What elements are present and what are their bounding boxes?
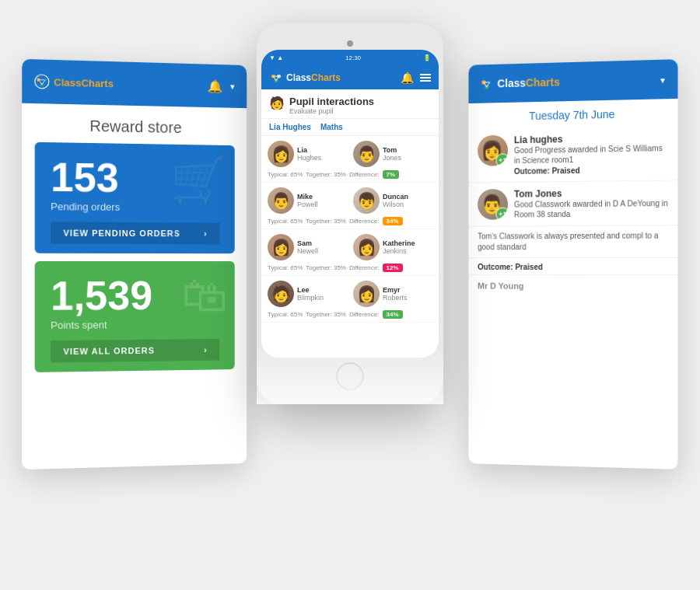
duncan-last: Wilson	[383, 201, 408, 208]
left-bell-icon[interactable]: 🔔	[208, 79, 222, 93]
lee-first: Lee	[297, 286, 324, 294]
duncan-first: Duncan	[383, 193, 408, 201]
pupil-pair-4: 🧑 Lee Blimpkin 👩 E	[261, 276, 439, 323]
diff-badge-4: 34%	[383, 310, 403, 319]
pupil-emyr: 👩 Emyr Roberts	[353, 281, 432, 307]
left-header: ClassCharts 🔔 ▼	[22, 59, 247, 108]
activity-desc-2: Good Classwork awarded in D A DeYoung in…	[514, 198, 668, 220]
mike-face: 👨	[271, 191, 291, 210]
section-text: Pupil interactions Evaluate pupil	[289, 96, 374, 115]
fade-overlay	[261, 342, 439, 358]
activity-item-1: 👩 +1 Lia hughes Good Progress awarded in…	[468, 125, 677, 183]
emyr-name: Emyr Roberts	[383, 286, 408, 302]
activity-outcome-1: Outcome: Praised	[514, 165, 668, 176]
tom-last: Jones	[383, 154, 401, 162]
mike-name: Mike Powell	[297, 193, 318, 208]
phone-pairs-list: 👩 Lia Hughes 👨 Tom	[261, 136, 439, 358]
right-logo-text: ClassCharts	[497, 75, 559, 89]
view-pending-label: VIEW PENDING ORDERS	[63, 229, 180, 239]
avatar-lee: 🧑	[268, 281, 294, 307]
pupil-row-2: 👨 Mike Powell 👦 Du	[268, 187, 432, 214]
pupil-pair-1: 👩 Lia Hughes 👨 Tom	[261, 136, 439, 183]
view-all-btn[interactable]: VIEW ALL ORDERS ›	[51, 339, 219, 363]
typical-2: Typical: 65%	[268, 218, 303, 225]
katherine-name: Katherine Jenkins	[383, 239, 415, 255]
svg-line-5	[38, 80, 42, 85]
pupil-pair-3: 👩 Sam Newell 👩 Kat	[261, 229, 439, 276]
section-title-area: 🧑 Pupil interactions Evaluate pupil	[261, 89, 439, 119]
together-3: Together: 35%	[306, 264, 346, 271]
svg-line-6	[42, 80, 45, 85]
diff-label-1: Difference:	[349, 171, 380, 178]
pending-box: 🛒 153 Pending orders VIEW PENDING ORDERS…	[35, 142, 235, 253]
phone-screen: ▼ ▲ 12:30 🔋 ClassCharts	[261, 50, 439, 358]
left-wifi-icon: ▼	[229, 82, 236, 91]
diff-label-4: Difference:	[349, 311, 380, 318]
bag-icon: 🛍	[181, 269, 227, 323]
svg-point-0	[35, 75, 49, 89]
pupil-lia: 👩 Lia Hughes	[268, 141, 347, 167]
phone-notch	[261, 33, 439, 50]
view-pending-btn[interactable]: VIEW PENDING ORDERS ›	[51, 222, 219, 244]
sam-name: Sam Newell	[297, 239, 318, 255]
sam-face: 👩	[271, 238, 291, 257]
phone-logo-text: ClassCharts	[286, 72, 341, 83]
tom-face: 👨	[357, 145, 376, 163]
emyr-face: 👩	[357, 285, 376, 303]
reward-store-title: Reward store	[22, 103, 247, 146]
avatar-katherine: 👩	[353, 234, 380, 260]
katherine-face: 👩	[357, 238, 376, 257]
lia-face: 👩	[271, 145, 291, 163]
pupil-row-1: 👩 Lia Hughes 👨 Tom	[268, 141, 432, 167]
teacher-name: Mr D Young	[468, 275, 677, 298]
cart-icon: 🛒	[170, 152, 227, 208]
home-button[interactable]	[336, 362, 364, 390]
pupil-katherine: 👩 Katherine Jenkins	[353, 234, 432, 260]
hamburger-icon[interactable]	[420, 74, 431, 82]
stats-row-4: Typical: 65% Together: 35% Difference: 3…	[268, 310, 432, 319]
right-header: ClassCharts ▼	[468, 59, 677, 103]
diff-badge-1: 7%	[383, 170, 400, 179]
stats-row-1: Typical: 65% Together: 35% Difference: 7…	[268, 170, 432, 179]
diff-label-3: Difference:	[349, 264, 380, 271]
outcome-text-2: Outcome: Praised	[478, 261, 543, 271]
time-display: 12:30	[345, 54, 361, 61]
avatar-mike: 👨	[268, 187, 294, 214]
outcome-label-2: Outcome:	[478, 263, 513, 271]
pupil-icon: 🧑	[269, 96, 285, 110]
pupil-mike: 👨 Mike Powell	[268, 187, 347, 214]
pupil-pair-2: 👨 Mike Powell 👦 Du	[261, 183, 439, 229]
activity-outcome-area: Outcome: Praised	[468, 258, 677, 275]
activity-desc-1: Good Progress awarded in Scie S Williams…	[514, 143, 668, 166]
activity-badge-2: +1	[495, 208, 508, 220]
outcome-value-2: Praised	[515, 263, 543, 271]
camera-dot	[347, 40, 353, 47]
tab-maths[interactable]: Maths	[320, 123, 343, 131]
typical-1: Typical: 65%	[268, 171, 303, 178]
arrow-right-icon: ›	[204, 229, 208, 238]
left-tablet: ClassCharts 🔔 ▼ Reward store 🛒 153 Pendi…	[22, 59, 247, 470]
typical-3: Typical: 65%	[268, 264, 303, 271]
right-logo-class: Class	[497, 77, 526, 90]
activity-outcome-2: Outcome: Praised	[478, 263, 543, 271]
typical-4: Typical: 65%	[268, 311, 303, 318]
pupil-sam: 👩 Sam Newell	[268, 234, 347, 260]
tab-lia-hughes[interactable]: Lia Hughes	[269, 123, 311, 131]
section-sub-title: Evaluate pupil	[289, 107, 374, 115]
mike-last: Powell	[297, 201, 318, 208]
activity-badge-1: +1	[495, 153, 508, 166]
phone-nav-icons: 🔔	[401, 72, 431, 84]
avatar-duncan: 👦	[353, 187, 380, 214]
phone-bell-icon[interactable]: 🔔	[401, 72, 414, 84]
avatar-lia: 👩	[268, 141, 294, 167]
activity-text-2: Tom Jones Good Classwork awarded in D A …	[514, 187, 668, 220]
emyr-first: Emyr	[383, 286, 408, 294]
right-wifi-icon: ▼	[659, 76, 667, 85]
tom-name: Tom Jones	[383, 146, 401, 162]
outcome-label-1: Outcome:	[514, 166, 550, 176]
together-1: Together: 35%	[306, 171, 346, 178]
phone-status-bar: ▼ ▲ 12:30 🔋	[261, 50, 439, 66]
stats-row-3: Typical: 65% Together: 35% Difference: 1…	[268, 264, 432, 272]
phone-logo: ClassCharts	[269, 71, 341, 85]
mike-first: Mike	[297, 193, 318, 201]
